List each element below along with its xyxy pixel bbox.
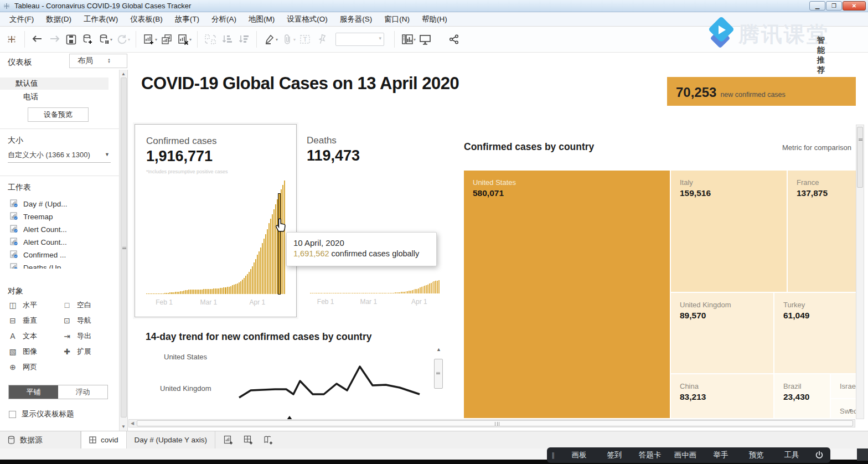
menu-item-format[interactable]: 设置格式(O) [281, 13, 334, 26]
clear-sheet-caret-icon[interactable]: ▾ [189, 37, 192, 42]
treemap-tile-israel[interactable]: Israel [831, 374, 856, 398]
tab-day-update-y-axis[interactable]: Day # (Update Y axis) [127, 431, 216, 448]
object-item-webpage[interactable]: ⊕网页 [8, 361, 62, 373]
redo-icon[interactable] [46, 30, 63, 49]
overlay-item-preview[interactable]: 预览 [738, 450, 774, 460]
new-story-tab-icon[interactable] [261, 434, 276, 447]
overlay-item-tools[interactable]: 工具 [774, 450, 809, 460]
scroll-left-icon[interactable]: ◀ [131, 421, 134, 426]
menu-item-window[interactable]: 窗口(N) [378, 13, 416, 26]
collapse-toggle-icon[interactable]: ▲▼ [107, 58, 111, 64]
undo-icon[interactable] [29, 30, 46, 49]
treemap-tile-united-kingdom[interactable]: United Kingdom89,570 [671, 293, 773, 373]
object-item-extension[interactable]: ✚扩展 [62, 346, 113, 357]
show-dashboard-title-checkbox[interactable] [9, 411, 16, 418]
highlighted-bar-mark[interactable] [278, 194, 280, 294]
scroll-up-icon[interactable]: ▲ [121, 71, 126, 76]
maximize-button[interactable]: ❐ [826, 1, 842, 11]
menu-item-server[interactable]: 服务器(S) [334, 13, 379, 26]
worksheet-item[interactable]: Alert Count... [6, 223, 116, 236]
tab-dashboard[interactable]: 仪表板 [8, 57, 32, 68]
sidebar-item-default[interactable]: 默认值 [0, 78, 108, 90]
worksheet-item[interactable]: Day # (Upd... [6, 198, 116, 210]
floating-toggle[interactable]: 浮动 [58, 385, 107, 399]
minimize-button[interactable]: ▁ [809, 1, 825, 11]
power-icon[interactable] [815, 451, 824, 460]
save-icon[interactable] [63, 30, 79, 49]
new-worksheet-caret-icon[interactable]: ▾ [155, 37, 157, 42]
treemap-tile-united-states[interactable]: United States580,071 [464, 171, 670, 418]
horizontal-scrollbar-thumb[interactable] [137, 420, 853, 426]
new-datasource-icon[interactable] [79, 30, 96, 49]
trend-scrollbar-thumb[interactable] [434, 359, 443, 389]
treemap-tile-france[interactable]: France137,875 [788, 171, 856, 292]
object-item-export[interactable]: ⇥导出 [62, 330, 113, 342]
object-item-image[interactable]: ▧图像 [8, 346, 62, 357]
device-preview-button[interactable]: 设备预览 [28, 107, 89, 122]
overlay-item-board[interactable]: 画板 [561, 450, 597, 460]
treemap-tile-turkey[interactable]: Turkey61,049 [774, 293, 856, 373]
worksheet-item[interactable]: Alert Count... [6, 236, 116, 249]
show-dashboard-title-row[interactable]: 显示仪表板标题 [9, 409, 74, 419]
worksheet-item[interactable]: Confirmed ... [6, 249, 116, 261]
treemap-tile-sweden[interactable]: Sweden [831, 399, 856, 418]
close-button[interactable]: ✕ [843, 1, 866, 11]
confirmed-by-country-treemap[interactable]: United States580,071Italy159,516France13… [464, 171, 856, 418]
object-item-navigation[interactable]: ⊡导航 [62, 315, 113, 326]
scroll-down-icon[interactable]: ▼ [121, 424, 126, 429]
show-me-caret-icon[interactable]: ▾ [414, 37, 416, 42]
trend-row-united-states[interactable]: United States [164, 353, 207, 361]
object-item-horizontal[interactable]: ◫水平 [8, 299, 62, 311]
overlay-item-sign-in[interactable]: 签到 [597, 450, 632, 460]
share-icon[interactable] [446, 30, 462, 49]
new-cases-badge[interactable]: 70,253 new confirmed cases [667, 77, 856, 106]
overlay-item-answer-card[interactable]: 答题卡 [632, 450, 668, 460]
sidebar-item-phone[interactable]: 电话 [23, 92, 38, 102]
trend-scroll-up-icon[interactable]: ▲ [436, 347, 441, 352]
trend-row-united-kingdom[interactable]: United Kingdom [160, 384, 211, 393]
tableau-logo-icon[interactable] [3, 30, 20, 49]
worksheet-item[interactable]: Treemap [6, 210, 116, 223]
drag-handle-icon[interactable]: ∥ [551, 451, 554, 459]
sort-descending-icon[interactable] [235, 30, 252, 49]
vertical-scrollbar-thumb[interactable] [857, 127, 863, 188]
new-dashboard-tab-icon[interactable] [241, 434, 256, 447]
tab-covid[interactable]: covid [81, 431, 127, 448]
deaths-panel[interactable]: Deaths 119,473 Feb 1Mar 1Apr 1 [306, 124, 441, 316]
pause-updates-caret-icon[interactable]: ▾ [110, 37, 112, 42]
menu-item-dashboard[interactable]: 仪表板(B) [124, 13, 169, 26]
canvas-vertical-scrollbar[interactable] [856, 125, 864, 419]
canvas-horizontal-scrollbar[interactable]: ◀ [128, 419, 855, 427]
object-item-blank[interactable]: □空白 [62, 299, 113, 311]
worksheet-item[interactable]: Deaths (Up... [6, 261, 116, 269]
menu-item-data[interactable]: 数据(D) [40, 13, 78, 26]
sort-ascending-icon[interactable] [219, 30, 235, 49]
new-worksheet-tab-icon[interactable] [221, 434, 236, 447]
size-dropdown[interactable]: 自定义大小 (1366 x 1300) ▼ [8, 150, 111, 163]
treemap-tile-china[interactable]: China83,213 [671, 374, 773, 418]
sidebar-scrollbar-thumb[interactable] [121, 78, 127, 417]
treemap-tile-italy[interactable]: Italy159,516 [671, 171, 787, 292]
uk-trend-line-chart[interactable] [238, 360, 423, 404]
deaths-bar-chart[interactable] [310, 280, 440, 293]
highlight-caret-icon[interactable]: ▾ [276, 37, 278, 42]
object-item-vertical[interactable]: ⊟垂直 [8, 315, 62, 326]
overlay-item-pip[interactable]: 画中画 [668, 450, 703, 460]
menu-item-map[interactable]: 地图(M) [242, 13, 281, 26]
menu-item-story[interactable]: 故事(T) [169, 13, 205, 26]
fit-combobox[interactable] [335, 33, 384, 46]
object-item-text[interactable]: A文本 [8, 330, 62, 342]
tiled-toggle[interactable]: 平铺 [9, 385, 58, 399]
menu-item-file[interactable]: 文件(F) [3, 13, 40, 26]
confirmed-bar-chart[interactable] [146, 181, 285, 294]
menu-item-analysis[interactable]: 分析(A) [205, 13, 242, 26]
treemap-scroll-hint-icon[interactable]: ▾ [849, 407, 852, 413]
duplicate-sheet-icon[interactable] [158, 30, 175, 49]
overlay-item-raise-hand[interactable]: 举手 [703, 450, 738, 460]
sidebar-scrollbar[interactable]: ▲ ▼ [119, 70, 128, 431]
datasource-tab[interactable]: 数据源 [0, 431, 81, 448]
menu-item-worksheet[interactable]: 工作表(W) [78, 13, 124, 26]
menu-item-help[interactable]: 帮助(H) [416, 13, 453, 26]
tab-layout[interactable]: 布局 ▲▼ [69, 54, 127, 68]
presentation-icon[interactable] [417, 30, 433, 49]
